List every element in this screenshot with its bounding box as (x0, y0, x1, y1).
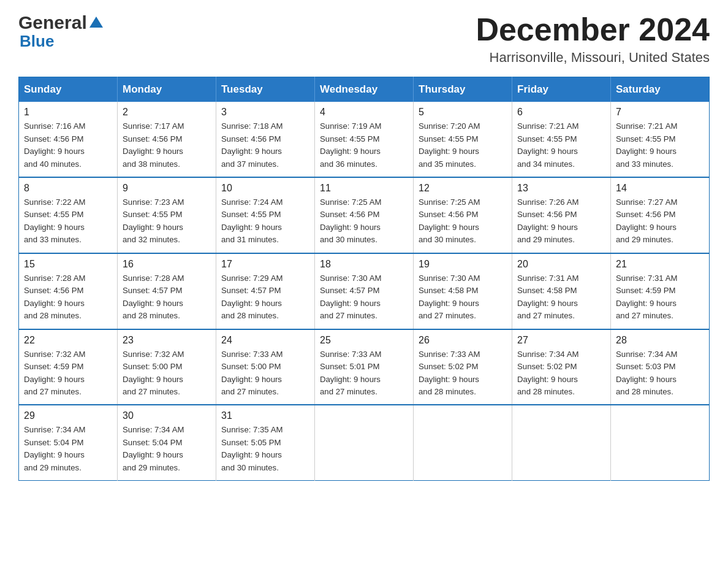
day-cell-9: 9 Sunrise: 7:23 AM Sunset: 4:55 PM Dayli… (118, 177, 216, 253)
day-cell-7: 7 Sunrise: 7:21 AM Sunset: 4:55 PM Dayli… (611, 102, 710, 177)
day-info: Sunrise: 7:27 AM Sunset: 4:56 PM Dayligh… (616, 196, 704, 247)
day-info: Sunrise: 7:25 AM Sunset: 4:56 PM Dayligh… (419, 196, 507, 247)
day-cell-22: 22 Sunrise: 7:32 AM Sunset: 4:59 PM Dayl… (19, 329, 118, 405)
week-row-4: 22 Sunrise: 7:32 AM Sunset: 4:59 PM Dayl… (19, 329, 710, 405)
day-number: 24 (221, 335, 309, 346)
day-info: Sunrise: 7:30 AM Sunset: 4:58 PM Dayligh… (419, 272, 507, 323)
page-title: December 2024 (476, 12, 710, 47)
day-cell-16: 16 Sunrise: 7:28 AM Sunset: 4:57 PM Dayl… (118, 253, 216, 329)
week-row-5: 29 Sunrise: 7:34 AM Sunset: 5:04 PM Dayl… (19, 405, 710, 480)
logo: General Blue (18, 12, 103, 51)
day-info: Sunrise: 7:22 AM Sunset: 4:55 PM Dayligh… (24, 196, 112, 247)
day-cell-5: 5 Sunrise: 7:20 AM Sunset: 4:55 PM Dayli… (414, 102, 512, 177)
header: General Blue December 2024 Harrisonville… (18, 12, 710, 66)
day-number: 19 (419, 259, 507, 270)
day-number: 1 (24, 107, 112, 118)
day-info: Sunrise: 7:20 AM Sunset: 4:55 PM Dayligh… (419, 120, 507, 170)
day-cell-17: 17 Sunrise: 7:29 AM Sunset: 4:57 PM Dayl… (216, 253, 315, 329)
day-number: 16 (123, 259, 211, 270)
day-cell-26: 26 Sunrise: 7:33 AM Sunset: 5:02 PM Dayl… (414, 329, 512, 405)
calendar-header-row: SundayMondayTuesdayWednesdayThursdayFrid… (19, 77, 710, 102)
logo-triangle-icon (89, 15, 103, 31)
day-info: Sunrise: 7:30 AM Sunset: 4:57 PM Dayligh… (320, 272, 408, 323)
day-info: Sunrise: 7:21 AM Sunset: 4:55 PM Dayligh… (616, 120, 704, 170)
day-cell-30: 30 Sunrise: 7:34 AM Sunset: 5:04 PM Dayl… (118, 405, 216, 480)
day-number: 10 (221, 183, 309, 194)
day-cell-25: 25 Sunrise: 7:33 AM Sunset: 5:01 PM Dayl… (315, 329, 414, 405)
calendar-table: SundayMondayTuesdayWednesdayThursdayFrid… (18, 77, 710, 481)
week-row-1: 1 Sunrise: 7:16 AM Sunset: 4:56 PM Dayli… (19, 102, 710, 177)
day-info: Sunrise: 7:34 AM Sunset: 5:03 PM Dayligh… (616, 348, 704, 399)
day-number: 13 (517, 183, 605, 194)
header-saturday: Saturday (611, 77, 710, 102)
day-cell-14: 14 Sunrise: 7:27 AM Sunset: 4:56 PM Dayl… (611, 177, 710, 253)
day-info: Sunrise: 7:33 AM Sunset: 5:00 PM Dayligh… (221, 348, 309, 399)
day-info: Sunrise: 7:35 AM Sunset: 5:05 PM Dayligh… (221, 424, 309, 474)
empty-cell-w4-5 (512, 405, 611, 480)
day-number: 31 (221, 410, 309, 421)
day-number: 23 (123, 335, 211, 346)
empty-cell-w4-3 (315, 405, 414, 480)
day-cell-27: 27 Sunrise: 7:34 AM Sunset: 5:02 PM Dayl… (512, 329, 611, 405)
day-cell-29: 29 Sunrise: 7:34 AM Sunset: 5:04 PM Dayl… (19, 405, 118, 480)
day-info: Sunrise: 7:33 AM Sunset: 5:01 PM Dayligh… (320, 348, 408, 399)
day-info: Sunrise: 7:32 AM Sunset: 5:00 PM Dayligh… (123, 348, 211, 399)
week-row-3: 15 Sunrise: 7:28 AM Sunset: 4:56 PM Dayl… (19, 253, 710, 329)
header-sunday: Sunday (19, 77, 118, 102)
day-number: 20 (517, 259, 605, 270)
day-info: Sunrise: 7:25 AM Sunset: 4:56 PM Dayligh… (320, 196, 408, 247)
week-row-2: 8 Sunrise: 7:22 AM Sunset: 4:55 PM Dayli… (19, 177, 710, 253)
day-number: 28 (616, 335, 704, 346)
day-number: 25 (320, 335, 408, 346)
svg-marker-0 (89, 17, 103, 28)
page-subtitle: Harrisonville, Missouri, United States (476, 50, 710, 66)
day-info: Sunrise: 7:32 AM Sunset: 4:59 PM Dayligh… (24, 348, 112, 399)
day-number: 7 (616, 107, 704, 118)
day-number: 4 (320, 107, 408, 118)
day-info: Sunrise: 7:24 AM Sunset: 4:55 PM Dayligh… (221, 196, 309, 247)
day-info: Sunrise: 7:29 AM Sunset: 4:57 PM Dayligh… (221, 272, 309, 323)
day-cell-18: 18 Sunrise: 7:30 AM Sunset: 4:57 PM Dayl… (315, 253, 414, 329)
day-number: 9 (123, 183, 211, 194)
day-number: 17 (221, 259, 309, 270)
day-info: Sunrise: 7:19 AM Sunset: 4:55 PM Dayligh… (320, 120, 408, 170)
day-number: 26 (419, 335, 507, 346)
day-info: Sunrise: 7:16 AM Sunset: 4:56 PM Dayligh… (24, 120, 112, 170)
day-cell-2: 2 Sunrise: 7:17 AM Sunset: 4:56 PM Dayli… (118, 102, 216, 177)
day-cell-20: 20 Sunrise: 7:31 AM Sunset: 4:58 PM Dayl… (512, 253, 611, 329)
day-number: 15 (24, 259, 112, 270)
day-info: Sunrise: 7:28 AM Sunset: 4:56 PM Dayligh… (24, 272, 112, 323)
logo-general-text: General (18, 12, 87, 33)
day-cell-19: 19 Sunrise: 7:30 AM Sunset: 4:58 PM Dayl… (414, 253, 512, 329)
header-monday: Monday (118, 77, 216, 102)
day-number: 12 (419, 183, 507, 194)
header-thursday: Thursday (414, 77, 512, 102)
day-info: Sunrise: 7:33 AM Sunset: 5:02 PM Dayligh… (419, 348, 507, 399)
empty-cell-w4-6 (611, 405, 710, 480)
day-info: Sunrise: 7:34 AM Sunset: 5:04 PM Dayligh… (24, 424, 112, 474)
header-tuesday: Tuesday (216, 77, 315, 102)
day-number: 6 (517, 107, 605, 118)
day-number: 30 (123, 410, 211, 421)
logo-blue-text: Blue (20, 32, 54, 51)
day-cell-23: 23 Sunrise: 7:32 AM Sunset: 5:00 PM Dayl… (118, 329, 216, 405)
day-number: 8 (24, 183, 112, 194)
day-cell-6: 6 Sunrise: 7:21 AM Sunset: 4:55 PM Dayli… (512, 102, 611, 177)
day-cell-11: 11 Sunrise: 7:25 AM Sunset: 4:56 PM Dayl… (315, 177, 414, 253)
day-cell-24: 24 Sunrise: 7:33 AM Sunset: 5:00 PM Dayl… (216, 329, 315, 405)
day-info: Sunrise: 7:28 AM Sunset: 4:57 PM Dayligh… (123, 272, 211, 323)
day-cell-3: 3 Sunrise: 7:18 AM Sunset: 4:56 PM Dayli… (216, 102, 315, 177)
day-info: Sunrise: 7:31 AM Sunset: 4:58 PM Dayligh… (517, 272, 605, 323)
day-number: 27 (517, 335, 605, 346)
day-info: Sunrise: 7:31 AM Sunset: 4:59 PM Dayligh… (616, 272, 704, 323)
day-number: 5 (419, 107, 507, 118)
day-number: 2 (123, 107, 211, 118)
day-info: Sunrise: 7:17 AM Sunset: 4:56 PM Dayligh… (123, 120, 211, 170)
header-friday: Friday (512, 77, 611, 102)
day-info: Sunrise: 7:26 AM Sunset: 4:56 PM Dayligh… (517, 196, 605, 247)
day-number: 11 (320, 183, 408, 194)
day-cell-31: 31 Sunrise: 7:35 AM Sunset: 5:05 PM Dayl… (216, 405, 315, 480)
day-info: Sunrise: 7:34 AM Sunset: 5:02 PM Dayligh… (517, 348, 605, 399)
day-info: Sunrise: 7:34 AM Sunset: 5:04 PM Dayligh… (123, 424, 211, 474)
day-cell-28: 28 Sunrise: 7:34 AM Sunset: 5:03 PM Dayl… (611, 329, 710, 405)
